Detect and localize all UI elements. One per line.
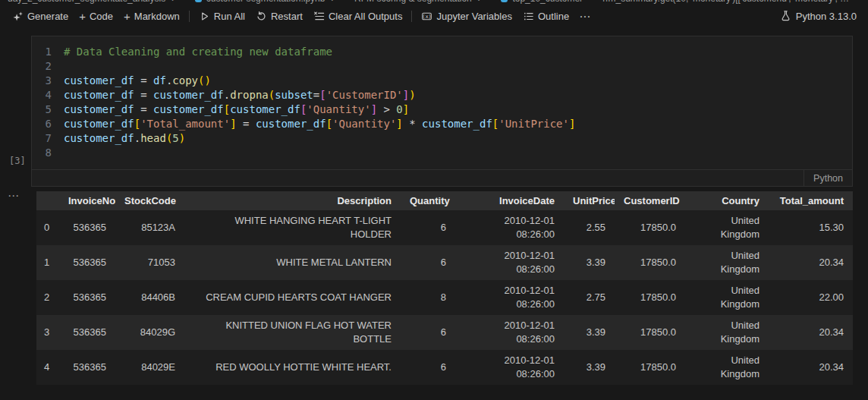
row-index: 2 bbox=[36, 280, 59, 315]
play-outline-icon bbox=[199, 11, 210, 22]
notebook-file-icon bbox=[195, 0, 202, 2]
table-cell: 2.75 bbox=[564, 280, 615, 315]
table-cell: CREAM CUPID HEARTS COAT HANGER bbox=[184, 280, 401, 315]
code-text: # Data Cleaning and creating new datafra… bbox=[64, 45, 332, 59]
table-row: 353636584029GKNITTED UNION FLAG HOT WATE… bbox=[36, 315, 853, 350]
generate-label: Generate bbox=[27, 11, 68, 22]
breadcrumb-label: day_2_customer_segmentate_analysis bbox=[8, 0, 165, 4]
breadcrumb-item[interactable]: RFM scoring & segmentation∨ bbox=[354, 0, 481, 4]
code-line[interactable]: 2 bbox=[32, 59, 852, 74]
output-gutter: ⋯ bbox=[0, 191, 36, 385]
table-cell: 6 bbox=[401, 315, 455, 350]
code-text: customer_df.head(5) bbox=[64, 131, 185, 146]
code-text: customer_df = df.copy() bbox=[64, 74, 211, 88]
line-number: 7 bbox=[32, 131, 64, 146]
table-cell: 536365 bbox=[59, 245, 115, 280]
svg-text:(x): (x) bbox=[423, 13, 432, 20]
breadcrumb-item[interactable]: rfm_summary.get(10, 'monetary')[['custom… bbox=[602, 0, 849, 4]
add-markdown-button[interactable]: + Markdown bbox=[118, 8, 185, 25]
code-line[interactable]: 7customer_df.head(5) bbox=[32, 131, 852, 146]
code-line[interactable]: 6customer_df['Total_amount'] = customer_… bbox=[32, 117, 852, 131]
execution-count: [3] bbox=[9, 156, 26, 166]
output-collapse-button[interactable]: ⋯ bbox=[8, 189, 20, 203]
plus-icon: + bbox=[79, 11, 86, 22]
table-cell: 3.39 bbox=[564, 315, 615, 350]
table-cell: 84029E bbox=[115, 350, 184, 385]
column-header: Total_amount bbox=[769, 191, 853, 210]
jupyter-variables-label: Jupyter Variables bbox=[436, 11, 511, 22]
generate-button[interactable]: Generate bbox=[7, 8, 74, 25]
sparkle-icon bbox=[12, 11, 24, 22]
table-cell: 15.30 bbox=[769, 210, 853, 245]
table-cell: 2010-12-01 08:26:00 bbox=[455, 280, 564, 315]
table-cell: 17850.0 bbox=[615, 280, 685, 315]
add-code-button[interactable]: + Code bbox=[74, 8, 118, 25]
table-cell: 6 bbox=[401, 210, 455, 245]
table-cell: United Kingdom bbox=[685, 350, 769, 385]
line-number: 5 bbox=[32, 102, 64, 117]
code-text: customer_df = customer_df.dropna(subset=… bbox=[64, 88, 416, 102]
table-cell: 84029G bbox=[115, 315, 184, 350]
table-cell: 84406B bbox=[115, 280, 184, 315]
restart-label: Restart bbox=[271, 11, 303, 22]
table-cell: KNITTED UNION FLAG HOT WATER BOTTLE bbox=[184, 315, 401, 350]
table-cell: 20.34 bbox=[769, 315, 853, 350]
jupyter-variables-button[interactable]: (x) Jupyter Variables bbox=[416, 8, 517, 25]
column-header: Country bbox=[685, 191, 769, 210]
table-cell: 2.55 bbox=[564, 210, 615, 245]
breadcrumb-label: top_10_customer bbox=[512, 0, 583, 4]
breadcrumb-item[interactable]: day_2_customer_segmentate_analysis∨ bbox=[8, 0, 175, 4]
table-cell: United Kingdom bbox=[685, 210, 769, 245]
breadcrumb-item[interactable]: top_10_customer bbox=[501, 0, 583, 4]
column-header: StockCode bbox=[115, 191, 184, 210]
table-cell: United Kingdom bbox=[685, 315, 769, 350]
table-cell: 536365 bbox=[59, 350, 115, 385]
table-cell: 71053 bbox=[115, 245, 184, 280]
column-header bbox=[36, 191, 59, 210]
kernel-picker[interactable]: Python 3.13.0 bbox=[780, 10, 861, 24]
cell-status-bar: Python bbox=[32, 169, 852, 186]
cell-language-picker[interactable]: Python bbox=[804, 170, 852, 186]
table-cell: United Kingdom bbox=[685, 280, 769, 315]
outline-label: Outline bbox=[538, 11, 569, 22]
table-cell: 8 bbox=[401, 280, 455, 315]
code-line[interactable]: 3customer_df = df.copy() bbox=[32, 74, 852, 88]
run-all-button[interactable]: Run All bbox=[193, 8, 250, 25]
column-header: Description bbox=[184, 191, 401, 210]
table-cell: 2010-12-01 08:26:00 bbox=[455, 245, 564, 280]
outline-button[interactable]: Outline bbox=[517, 8, 574, 25]
column-header: InvoiceDate bbox=[455, 191, 564, 210]
code-line[interactable]: 1# Data Cleaning and creating new datafr… bbox=[32, 45, 852, 59]
code-line[interactable]: 4customer_df = customer_df.dropna(subset… bbox=[32, 88, 852, 102]
table-cell: 17850.0 bbox=[615, 245, 685, 280]
row-index: 1 bbox=[36, 245, 59, 280]
clear-all-outputs-label: Clear All Outputs bbox=[329, 11, 403, 22]
line-number: 6 bbox=[32, 117, 64, 131]
table-cell: WHITE HANGING HEART T-LIGHT HOLDER bbox=[184, 210, 401, 245]
table-row: 253636584406BCREAM CUPID HEARTS COAT HAN… bbox=[36, 280, 853, 315]
line-number: 3 bbox=[32, 74, 64, 88]
restart-button[interactable]: Restart bbox=[250, 8, 308, 25]
plus-icon: + bbox=[124, 11, 131, 22]
clear-all-outputs-button[interactable]: Clear All Outputs bbox=[308, 8, 408, 25]
table-cell: 20.34 bbox=[769, 350, 853, 385]
dataframe-table: InvoiceNoStockCodeDescriptionQuantityInv… bbox=[36, 191, 853, 385]
table-cell: 536365 bbox=[59, 315, 115, 350]
line-number: 8 bbox=[32, 146, 64, 160]
line-number: 2 bbox=[32, 59, 64, 74]
row-index: 3 bbox=[36, 315, 59, 350]
code-line[interactable]: 8 bbox=[32, 146, 852, 160]
code-editor[interactable]: 1# Data Cleaning and creating new datafr… bbox=[32, 36, 852, 169]
table-cell: 2010-12-01 08:26:00 bbox=[455, 350, 564, 385]
list-with-x-icon bbox=[313, 11, 325, 22]
table-cell: 536365 bbox=[59, 280, 115, 315]
row-index: 0 bbox=[36, 210, 59, 245]
table-cell: 2010-12-01 08:26:00 bbox=[455, 315, 564, 350]
code-line[interactable]: 5customer_df = customer_df[customer_df['… bbox=[32, 102, 852, 117]
table-cell: 3.39 bbox=[564, 245, 615, 280]
more-actions-button[interactable]: ⋯ bbox=[574, 10, 596, 24]
table-cell: 17850.0 bbox=[615, 315, 685, 350]
kernel-label: Python 3.13.0 bbox=[796, 11, 857, 22]
breadcrumb-item[interactable]: customer segmentation.ipynb∨ bbox=[195, 0, 335, 4]
table-cell: 3.39 bbox=[564, 350, 615, 385]
